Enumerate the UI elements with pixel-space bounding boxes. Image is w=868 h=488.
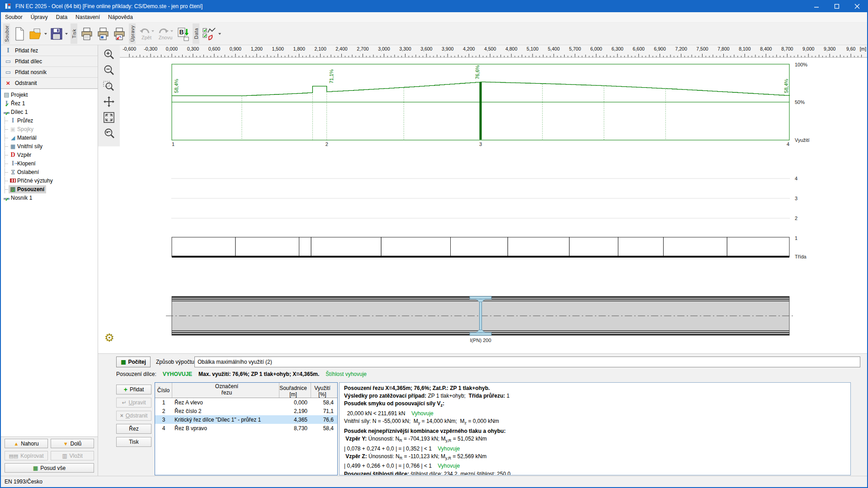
tree-item-d-lec-1[interactable]: ▬✓Dílec 1 [1,108,98,116]
dolů-button[interactable]: ▼Dolů [51,439,94,448]
results-display-button[interactable] [201,23,222,44]
nahoru-button[interactable]: ▲Nahoru [5,439,48,448]
tree-item-label: Projekt [11,92,28,98]
tree-item-p-n-v-ztuhy[interactable]: Příčné výztuhy [1,176,98,185]
menu-item-1[interactable]: Soubor [1,12,27,22]
ruler-label: 6,600 [633,46,645,52]
class-segment [618,237,663,257]
zoom-fit-button[interactable] [101,111,117,126]
open-dropdown-caret[interactable] [44,33,47,35]
stiffeners-icon [9,178,17,184]
save-button[interactable] [48,23,69,44]
odstranit-button[interactable]: ×Odstranit [116,411,151,421]
tree-item-vnit-n-s-ly[interactable]: ▦Vnitřní síly [1,142,98,150]
internal-forces-icon: ▦ [9,143,17,150]
menu-item-3[interactable]: Data [52,12,71,22]
menu-item-5[interactable]: Nápověda [104,12,137,22]
assessment-detail: Max. využití: 76,6%; ZP 1 tlak+ohyb; X=4… [198,371,319,377]
toolbar: Soubor Tisk [1,23,867,45]
tree-connector [5,142,9,150]
calculation-method-select[interactable]: Obálka maximálního využití (2) [194,357,860,367]
new-file-icon [13,27,26,41]
maximize-button[interactable] [826,0,847,12]
print-export-button[interactable] [111,23,127,44]
utilization-value-label: 76,6% [475,65,480,79]
close-button[interactable] [847,0,867,12]
tree-item-projekt[interactable]: ▤Projekt [1,90,98,99]
connectors-icon: ▣ [9,126,17,132]
ruler-label: 4,200 [463,46,475,52]
zoom-out-button[interactable] [101,64,117,78]
table-row[interactable]: 1Řez A vlevo0,00058,4 [155,398,337,407]
vlo-it-button[interactable]: ▥Vložit [51,451,94,460]
ruler-label: 5,700 [569,46,581,52]
tree-item-klopen-[interactable]: I↝Klopení [1,159,98,168]
toolbar-tab-data: Data [193,23,199,44]
print-button[interactable] [79,23,95,44]
tree-item-spojky[interactable]: ▣Spojky [1,125,98,133]
ruler-label: 3,900 [442,46,453,52]
tree-item-nosn-k-1[interactable]: ▬✓Nosník 1 [1,193,98,202]
table-row[interactable]: 3Kritický řez dílce "Dílec 1" - průřez 1… [155,415,337,424]
save-dropdown-caret[interactable] [65,33,68,35]
přidat-button[interactable]: +Přidat [116,385,151,394]
minimize-button[interactable] [806,0,826,12]
drawing-canvas[interactable]: -0,600-0,3000,0000,3000,6000,9001,2001,5… [98,45,867,353]
action-add-member[interactable]: ▭Přidat dílec [1,56,98,67]
cell-utilization: 71,1 [311,407,337,415]
pan-button[interactable] [101,95,117,110]
toolbar-tab-upravy: Úpravy [129,23,136,44]
zoom-previous-button[interactable] [101,127,117,141]
undo-button[interactable]: Zpět [137,23,156,44]
tisk-button[interactable]: Tisk [116,437,151,447]
redo-button[interactable]: Znovu [156,23,175,44]
cell-coordinate: 0,000 [279,398,311,407]
menu-item-4[interactable]: Nastavení [71,12,104,22]
compute-button[interactable]: ▦ Počítej [116,357,151,367]
method-value: Obálka maximálního využití (2) [198,359,272,365]
table-row[interactable]: 4Řez B vpravo8,73058,4 [155,424,337,432]
action-add-beam[interactable]: ▭Přidat nosník [1,67,98,78]
class-segment [727,237,789,257]
new-file-button[interactable] [11,23,28,44]
tree-connector [5,185,9,193]
řez-button[interactable]: Řez [116,424,151,434]
undo-dropdown-caret [151,30,154,32]
tree-item-materi-l[interactable]: ◢Materiál [1,133,98,142]
sections-table[interactable]: Číslo Označenířezu Souřadnice[m] Využití… [155,382,338,475]
results-panel[interactable]: Posouzení řezu X=4,365m; 76,6%; Zat.P.: … [339,382,851,475]
tree-item-oslaben-[interactable]: ⋈Oslabení [1,168,98,176]
ruler-label: 3,000 [378,46,390,52]
upravit-button[interactable]: ↵Upravit [116,398,151,408]
results-line: | 0,499 + 0,266 + 0,0 | = | 0,766 | < 1 … [344,462,846,470]
tree-connector [5,117,9,125]
action-delete[interactable]: ×Odstranit [1,78,98,89]
kopírovat-button[interactable]: ▤▤Kopírovat [5,451,48,460]
open-file-button[interactable] [28,23,48,44]
beam-icon: ▬✓ [2,195,11,201]
zoom-in-button[interactable] [101,48,117,62]
print-icon [80,27,94,41]
ruler-label: 4,500 [484,46,496,52]
ruler-label: 1,800 [293,46,305,52]
table-row[interactable]: 2Řez číslo 22,19071,1 [155,407,337,415]
tree-item--ez-1[interactable]: I✓Řez 1 [1,99,98,108]
data-transfer-button[interactable]: B [175,23,191,44]
tree-item-posouzen-[interactable]: ▦✓Posouzení [1,185,98,193]
results-dropdown-caret[interactable] [218,33,221,35]
drawing-settings-button[interactable]: ⚙ [103,331,116,344]
ruler-label: 1,200 [251,46,263,52]
class-level-label: 1 [795,235,797,241]
section-class-chart: 4321Třída [172,176,807,259]
cell-coordinate: 8,730 [279,424,311,432]
posud-v-e-button[interactable]: ▦Posud vše [5,463,94,473]
ruler-label: 8,700 [781,46,793,52]
tree-item-pr-ez[interactable]: IPrůřez [1,116,98,125]
action-add-section[interactable]: IPřidat řez [1,45,98,56]
zoom-window-button[interactable] [101,80,117,94]
tree-item-vzp-r[interactable]: DVzpěr [1,150,98,159]
print-preview-button[interactable] [95,23,111,44]
tree-connector [5,134,9,142]
tree-connector [5,160,9,168]
menu-item-2[interactable]: Úpravy [27,12,52,22]
